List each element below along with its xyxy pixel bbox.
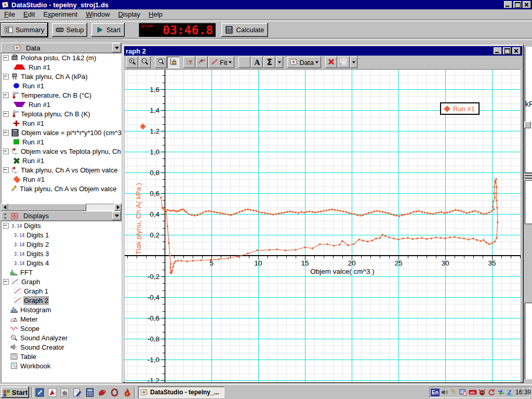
tree-collapse-box[interactable] (3, 223, 9, 229)
start-menu-button[interactable]: Start (1, 387, 29, 398)
data-row[interactable]: KTDTeplota plynu, Ch B (K) (1, 109, 122, 118)
display-row[interactable]: Histogram (1, 305, 122, 314)
graph-maximize-button[interactable] (503, 47, 511, 55)
tray-zone-icon[interactable]: Z (506, 389, 514, 396)
quicklaunch-pen-document-icon[interactable] (72, 387, 83, 397)
statistics-button[interactable]: Σ (263, 57, 275, 68)
reorder-icon[interactable] (2, 212, 8, 220)
tray-devil-icon[interactable] (478, 389, 486, 396)
tray-volume-icon[interactable] (441, 389, 449, 396)
plot-area[interactable]: 1,61,41,21,00,80,60,40,2-0,2-0,4-0,6-0,8… (125, 69, 521, 382)
zoom-in-button[interactable] (126, 57, 138, 68)
zoom-out-button[interactable] (139, 57, 151, 68)
tree-collapse-box[interactable] (3, 111, 9, 117)
menu-help[interactable]: Help (144, 9, 167, 19)
data-run-row[interactable]: Run #1 (1, 118, 122, 128)
display-row[interactable]: 3.14Digits 2 (1, 240, 122, 249)
data-row[interactable]: Tlak plynu, Ch A (kPa) (1, 72, 122, 81)
tree-collapse-box[interactable] (3, 92, 9, 98)
display-row[interactable]: 3.14Digits 4 (1, 258, 122, 268)
display-row[interactable]: Table (1, 352, 122, 361)
display-row[interactable]: 3.14Digits 1 (1, 230, 122, 240)
graph-settings-menu-button[interactable] (350, 57, 357, 68)
display-row[interactable]: Sound Creator (1, 342, 122, 352)
quicklaunch-acrobat-icon[interactable] (47, 387, 58, 397)
statistics-menu-button[interactable] (276, 57, 283, 68)
quicklaunch-calc-blue-icon[interactable] (84, 387, 95, 397)
displays-panel-dropdown-button[interactable] (112, 211, 121, 220)
data-row[interactable]: Objem valce = pi*r*r*y*100 (cm^3) (1, 128, 122, 137)
tray-brush-icon[interactable] (450, 389, 458, 396)
keyboard-layout-indicator[interactable]: En (431, 389, 440, 396)
graph-settings-button[interactable] (338, 57, 350, 68)
scroll-left-button[interactable] (1, 204, 8, 211)
menu-experiment[interactable]: Experiment (39, 9, 82, 19)
data-run-row[interactable]: Run #1 (1, 81, 122, 90)
display-row[interactable]: FFT (1, 268, 122, 277)
graph-close-button[interactable] (512, 47, 521, 55)
close-button[interactable] (523, 1, 531, 8)
zoom-selection-button[interactable] (155, 57, 167, 68)
menu-edit[interactable]: Edit (19, 9, 39, 19)
display-row[interactable]: Sound Analyzer (1, 333, 122, 342)
display-row[interactable]: 3.14Digits 3 (1, 249, 122, 258)
scroll-right-button[interactable] (114, 204, 122, 211)
tray-refresh-icon[interactable] (487, 389, 496, 396)
data-row[interactable]: Tlak plynu, Ch A vs Objem valce (1, 184, 122, 193)
data-run-row[interactable]: Run #1 (1, 156, 122, 165)
tree-collapse-box[interactable] (3, 279, 9, 285)
legend[interactable]: Run #1 (440, 102, 480, 115)
tree-collapse-box[interactable] (3, 167, 9, 173)
start-button[interactable]: Start (91, 23, 125, 37)
setup-button[interactable]: Setup (52, 23, 87, 37)
text-tool-button[interactable]: A (251, 57, 263, 68)
maximize-button[interactable] (513, 1, 522, 8)
display-row[interactable]: Scope (1, 324, 122, 333)
data-row[interactable]: yxTlak plynu, Ch A vs Objem valce (1, 165, 122, 175)
data-run-row[interactable]: Run #1 (1, 175, 122, 184)
data-row[interactable]: Poloha pistu, Ch 1&2 (m) (1, 53, 122, 62)
menu-display[interactable]: Display (114, 9, 144, 19)
data-panel-dropdown-button[interactable] (112, 43, 121, 52)
remove-button[interactable] (325, 57, 337, 68)
minimize-button[interactable] (504, 1, 512, 8)
data-menu-button[interactable]: Data (287, 57, 321, 68)
display-row[interactable]: Graph (1, 277, 122, 286)
graph-titlebar[interactable]: raph 2 (124, 46, 522, 56)
tree-collapse-box[interactable] (3, 74, 9, 79)
data-row[interactable]: KTDTemperature, Ch B (°C) (1, 90, 122, 100)
display-row[interactable]: Meter (1, 314, 122, 324)
display-row[interactable]: Graph 1 (1, 286, 122, 296)
data-panel-header[interactable]: Data (1, 43, 122, 53)
quicklaunch-notes-icon[interactable] (34, 387, 45, 397)
quicklaunch-hand-icon[interactable] (59, 387, 70, 397)
data-run-row[interactable]: Run #1 (1, 62, 122, 72)
graph-minimize-button[interactable] (494, 47, 502, 55)
data-run-row[interactable]: Run #1 (1, 100, 122, 109)
align-origin-button[interactable]: xy (183, 57, 195, 68)
tray-ati-icon[interactable]: ATi (469, 389, 477, 396)
quicklaunch-dragon-icon[interactable] (97, 387, 108, 397)
menu-window[interactable]: Window (82, 9, 114, 19)
hscrollbar-thumb[interactable] (8, 204, 86, 211)
tray-network-icon[interactable] (497, 389, 505, 396)
tray-scheduler-icon[interactable] (459, 389, 468, 396)
menu-file[interactable]: File (0, 9, 19, 19)
fit-menu-button[interactable]: Fit (208, 57, 234, 68)
tree-collapse-box[interactable] (3, 149, 9, 154)
quicklaunch-opera-icon[interactable] (109, 387, 120, 397)
quicklaunch-flame-icon[interactable] (122, 387, 132, 397)
display-row[interactable]: Graph 2 (1, 296, 122, 305)
summary-button[interactable]: Summary (1, 23, 48, 37)
task-button-datastudio[interactable]: DataStudio - tepelny_... (138, 387, 224, 398)
calculate-button[interactable]: Calculate (221, 23, 268, 37)
tree-collapse-box[interactable] (3, 130, 9, 136)
calculate-button[interactable] (238, 57, 250, 68)
tree-collapse-box[interactable] (3, 55, 9, 61)
data-tree-hscrollbar[interactable] (1, 204, 122, 211)
display-row[interactable]: 3.14Digits (1, 221, 122, 230)
data-row[interactable]: yxObjem valce vs Teplota plynu, Ch (1, 147, 122, 156)
data-run-row[interactable]: Run #1 (1, 137, 122, 147)
display-row[interactable]: Workbook (1, 361, 122, 370)
smart-tool-button[interactable] (196, 57, 208, 68)
